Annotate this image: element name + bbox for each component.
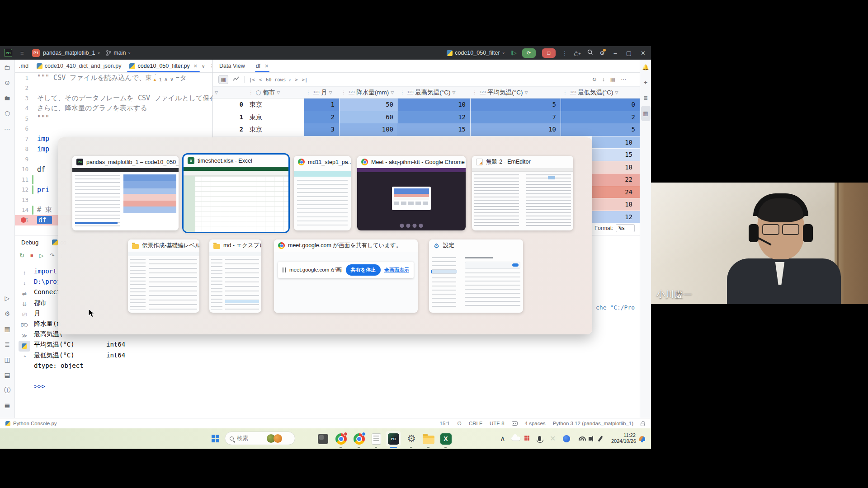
taskbar-explorer-icon[interactable]: [421, 431, 436, 446]
project-selector[interactable]: pandas_matplotlib_1 ∨: [43, 50, 100, 56]
speaker-icon[interactable]: [589, 428, 593, 449]
table-cell[interactable]: 5: [561, 123, 640, 136]
close-tab-icon[interactable]: ✕: [193, 63, 198, 69]
unlocked-icon[interactable]: [641, 423, 645, 426]
editor-line[interactable]: 4さらに、降水量のグラフを表示する: [15, 103, 212, 114]
version-control-icon[interactable]: 𝌆: [5, 398, 10, 413]
table-cell[interactable]: 12: [592, 211, 640, 224]
taskbar-notepad-icon[interactable]: [368, 431, 384, 446]
table-cell[interactable]: 24: [592, 186, 640, 199]
onedrive-cloud-icon[interactable]: [511, 428, 520, 449]
indent-setting[interactable]: 4 spaces: [525, 421, 546, 426]
sci-view-icon[interactable]: ◫: [4, 352, 10, 367]
rows-count-selector[interactable]: 60 rows ∨: [266, 77, 291, 82]
table-cell[interactable]: 15: [398, 123, 471, 136]
taskbar-search[interactable]: [225, 432, 295, 445]
problems-icon[interactable]: ⓘ: [4, 383, 10, 398]
run-icon[interactable]: ▷: [5, 291, 10, 306]
search-everywhere-icon[interactable]: [587, 49, 593, 56]
stop-icon[interactable]: ■: [30, 253, 33, 258]
prev-warning-icon[interactable]: ∧: [164, 76, 168, 82]
settings-gear-icon[interactable]: ⚙: [599, 50, 604, 56]
rerun-debug-button[interactable]: ⟳: [522, 48, 536, 58]
tab-dict-and-json[interactable]: code10_410_dict_and_json.py: [33, 60, 126, 72]
notifications-bell-icon[interactable]: 🔔: [642, 60, 649, 75]
taskbar-widgets-icon[interactable]: [315, 431, 330, 446]
breakpoint-icon[interactable]: [21, 217, 26, 223]
caret-position[interactable]: 15:1: [440, 421, 450, 426]
table-cell[interactable]: 10: [398, 99, 471, 112]
table-view-icon[interactable]: ▦: [218, 75, 228, 84]
resume-icon[interactable]: ▷: [39, 252, 44, 259]
print-icon[interactable]: ⎚: [19, 310, 30, 320]
tray-x-icon[interactable]: ✕: [550, 428, 556, 449]
main-menu-icon[interactable]: ≡: [20, 50, 28, 56]
taskbar-excel-icon[interactable]: X: [438, 431, 453, 446]
table-cell[interactable]: 2: [561, 111, 640, 124]
editor-line[interactable]: 5""": [15, 113, 212, 124]
table-cell[interactable]: 18: [592, 198, 640, 211]
bookmarks-icon[interactable]: 🖿: [4, 90, 10, 106]
scroll-to-end-icon[interactable]: ⇊: [19, 299, 30, 310]
table-cell[interactable]: 3: [304, 123, 340, 136]
code-with-me-icon[interactable]: උ₊: [574, 49, 581, 56]
switcher-card-settings[interactable]: ⚙ 設定: [429, 239, 523, 313]
close-tab-icon[interactable]: ✕: [264, 63, 269, 69]
execute-icon[interactable]: ≫: [19, 330, 30, 341]
file-encoding[interactable]: UTF-8: [490, 421, 505, 426]
tab-data-view[interactable]: Data View: [219, 60, 245, 72]
taskbar-chrome-1-icon[interactable]: [333, 431, 349, 446]
stop-button[interactable]: □: [542, 48, 556, 58]
highlighting-level-icon[interactable]: ∅: [457, 420, 462, 427]
index-column-header[interactable]: ▽: [213, 87, 247, 98]
table-cell[interactable]: 0: [561, 99, 640, 112]
scroll-up-icon[interactable]: ↑: [19, 267, 30, 278]
project-files-icon[interactable]: 🗀: [4, 60, 10, 75]
wifi-icon[interactable]: [579, 428, 586, 449]
step-over-icon[interactable]: ↷: [50, 252, 55, 259]
editor-line[interactable]: 3そして、そのデータフレームを CSV ファイルとして保存す: [15, 93, 212, 103]
tray-app-icon[interactable]: [563, 428, 570, 449]
column-header-precipitation[interactable]: ⋮123 降水量(mm) ▽: [340, 87, 398, 98]
next-page-icon[interactable]: >: [295, 77, 297, 82]
notification-bell-icon[interactable]: [639, 428, 645, 449]
python-packages-icon[interactable]: ≣: [5, 337, 10, 352]
column-selection-icon[interactable]: [512, 421, 518, 426]
switcher-card-explorer-md[interactable]: md - エクスプロー-...: [209, 239, 261, 313]
minimize-button[interactable]: –: [614, 50, 617, 56]
terminal-icon[interactable]: ⬓: [4, 367, 10, 383]
branch-selector[interactable]: main ∨: [106, 50, 131, 56]
tray-grid-icon[interactable]: [524, 428, 530, 449]
prev-page-icon[interactable]: <: [259, 77, 262, 82]
next-warning-icon[interactable]: ∨: [170, 76, 174, 82]
first-page-icon[interactable]: |<: [249, 77, 255, 82]
tray-chevron-icon[interactable]: ∧: [500, 428, 505, 449]
refresh-icon[interactable]: ↻: [592, 76, 597, 83]
tab-df[interactable]: df ✕: [256, 60, 269, 72]
switcher-card-md11[interactable]: md11_step1_pa...: [294, 156, 351, 230]
table-cell[interactable]: 1: [304, 99, 340, 112]
table-row[interactable]: 2東京310015105: [213, 123, 640, 136]
editor-line[interactable]: 1""" CSV ファイルを読み込んで、東京のデータ: [15, 73, 212, 83]
format-input[interactable]: %s: [616, 224, 635, 232]
clock[interactable]: 11:22 2024/10/26: [611, 428, 636, 449]
table-cell[interactable]: 10: [471, 123, 561, 136]
maximize-button[interactable]: ▢: [626, 50, 632, 56]
table-cell[interactable]: 2: [304, 111, 340, 124]
table-cell[interactable]: 100: [340, 123, 398, 136]
scroll-down-icon[interactable]: ↓: [19, 278, 30, 288]
column-header-max-temp[interactable]: ⋮123 最高気温(°C) ▽: [398, 87, 471, 98]
history-icon[interactable]: ◔: [19, 352, 30, 362]
start-button[interactable]: [212, 435, 219, 442]
table-row[interactable]: 0東京1501050: [213, 99, 640, 111]
table-cell[interactable]: 18: [592, 161, 640, 174]
table-cell[interactable]: 60: [340, 111, 398, 124]
last-page-icon[interactable]: >|: [302, 77, 308, 82]
services-icon[interactable]: ▦: [4, 321, 10, 337]
run-config-selector[interactable]: code10_050_filter ∨: [447, 50, 505, 56]
table-cell[interactable]: 5: [471, 99, 561, 112]
structure-icon[interactable]: ⬡: [5, 106, 10, 121]
fullscreen-link[interactable]: 全画面表示: [384, 267, 409, 273]
switcher-card-pycharm[interactable]: PC pandas_matplotlib_1 – code10_050_...: [72, 156, 179, 230]
clear-icon[interactable]: ⌦: [19, 320, 30, 330]
